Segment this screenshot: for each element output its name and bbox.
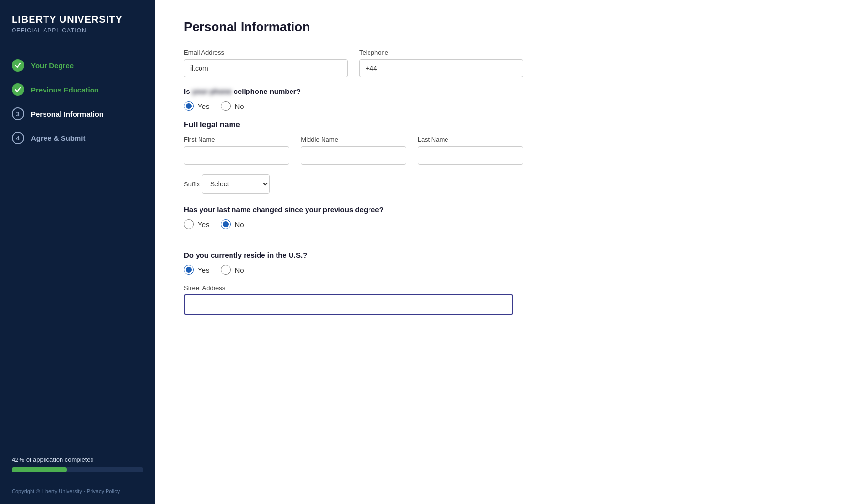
telephone-group: Telephone — [359, 49, 523, 77]
sidebar-header: LIBERTY UNIVERSITY OFFICIAL APPLICATION — [0, 0, 155, 44]
cellphone-radio-group: Yes No — [184, 101, 523, 111]
suffix-select[interactable]: Select Jr. Sr. II III IV — [202, 174, 270, 194]
last-name-changed-radio-group: Yes No — [184, 219, 523, 229]
street-address-input[interactable] — [184, 294, 513, 315]
cellphone-question: Is your phone cellphone number? — [184, 87, 523, 95]
telephone-label: Telephone — [359, 49, 523, 56]
sidebar-label-agree-submit: Agree & Submit — [31, 134, 86, 142]
sidebar-item-personal-information[interactable]: 3 Personal Information — [0, 102, 155, 126]
last-name-yes-text: Yes — [198, 220, 209, 229]
last-name-yes-radio[interactable] — [184, 219, 194, 229]
last-name-yes-label[interactable]: Yes — [184, 219, 209, 229]
cellphone-no-text: No — [234, 102, 244, 110]
sidebar: LIBERTY UNIVERSITY OFFICIAL APPLICATION … — [0, 0, 155, 504]
street-address-group: Street Address — [184, 284, 513, 315]
middle-name-group: Middle Name — [301, 136, 406, 165]
first-name-label: First Name — [184, 136, 289, 143]
cellphone-yes-label[interactable]: Yes — [184, 101, 209, 111]
progress-label: 42% of application completed — [12, 456, 143, 463]
email-label: Email Address — [184, 49, 348, 56]
reside-us-section: Do you currently reside in the U.S.? Yes… — [184, 251, 523, 275]
step-icon-your-degree — [12, 59, 24, 72]
redacted-name: your phone — [192, 87, 232, 95]
page-title: Personal Information — [184, 19, 523, 34]
sidebar-nav: Your Degree Previous Education 3 Persona… — [0, 44, 155, 446]
sidebar-label-previous-education: Previous Education — [31, 86, 99, 94]
reside-no-label[interactable]: No — [221, 265, 244, 275]
step-icon-personal-information: 3 — [12, 107, 24, 120]
last-name-no-label[interactable]: No — [221, 219, 244, 229]
street-address-label: Street Address — [184, 284, 513, 291]
cellphone-question-section: Is your phone cellphone number? Yes No — [184, 87, 523, 111]
sidebar-item-your-degree[interactable]: Your Degree — [0, 53, 155, 77]
email-group: Email Address — [184, 49, 348, 77]
cellphone-yes-radio[interactable] — [184, 101, 194, 111]
sidebar-item-previous-education[interactable]: Previous Education — [0, 77, 155, 102]
last-name-no-text: No — [234, 220, 244, 229]
reside-no-text: No — [234, 266, 244, 274]
reside-no-radio[interactable] — [221, 265, 231, 275]
last-name-input[interactable] — [418, 146, 523, 165]
reside-us-question: Do you currently reside in the U.S.? — [184, 251, 523, 259]
last-name-label: Last Name — [418, 136, 523, 143]
progress-bar-fill — [12, 467, 67, 472]
cellphone-yes-text: Yes — [198, 102, 209, 110]
telephone-input[interactable] — [359, 59, 523, 77]
step-icon-previous-education — [12, 83, 24, 96]
section-divider — [184, 239, 523, 239]
main-content: Personal Information Email Address Telep… — [155, 0, 861, 504]
last-name-changed-section: Has your last name changed since your pr… — [184, 205, 523, 229]
step-icon-agree-submit: 4 — [12, 132, 24, 144]
middle-name-label: Middle Name — [301, 136, 406, 143]
middle-name-input[interactable] — [301, 146, 406, 165]
sidebar-item-agree-submit[interactable]: 4 Agree & Submit — [0, 126, 155, 150]
first-name-input[interactable] — [184, 146, 289, 165]
last-name-no-radio[interactable] — [221, 219, 231, 229]
cellphone-no-radio[interactable] — [221, 101, 231, 111]
university-name: LIBERTY UNIVERSITY — [12, 14, 143, 25]
progress-bar-background — [12, 467, 143, 472]
last-name-group: Last Name — [418, 136, 523, 165]
sidebar-footer: 42% of application completed — [0, 446, 155, 482]
reside-yes-radio[interactable] — [184, 265, 194, 275]
full-legal-name-section: Full legal name First Name Middle Name L… — [184, 121, 523, 165]
first-name-group: First Name — [184, 136, 289, 165]
sidebar-label-personal-information: Personal Information — [31, 110, 104, 118]
sidebar-copyright: Copyright © Liberty University · Privacy… — [0, 482, 155, 504]
name-fields-row: First Name Middle Name Last Name — [184, 136, 523, 165]
email-telephone-row: Email Address Telephone — [184, 49, 523, 77]
reside-us-radio-group: Yes No — [184, 265, 523, 275]
suffix-label: Suffix — [184, 181, 200, 188]
app-label: OFFICIAL APPLICATION — [12, 27, 143, 34]
form-section: Personal Information Email Address Telep… — [184, 19, 523, 315]
reside-yes-label[interactable]: Yes — [184, 265, 209, 275]
cellphone-no-label[interactable]: No — [221, 101, 244, 111]
sidebar-label-your-degree: Your Degree — [31, 61, 74, 70]
full-legal-name-heading: Full legal name — [184, 121, 523, 129]
email-input[interactable] — [184, 59, 348, 77]
reside-yes-text: Yes — [198, 266, 209, 274]
suffix-section: Suffix Select Jr. Sr. II III IV — [184, 174, 523, 194]
last-name-changed-question: Has your last name changed since your pr… — [184, 205, 523, 214]
